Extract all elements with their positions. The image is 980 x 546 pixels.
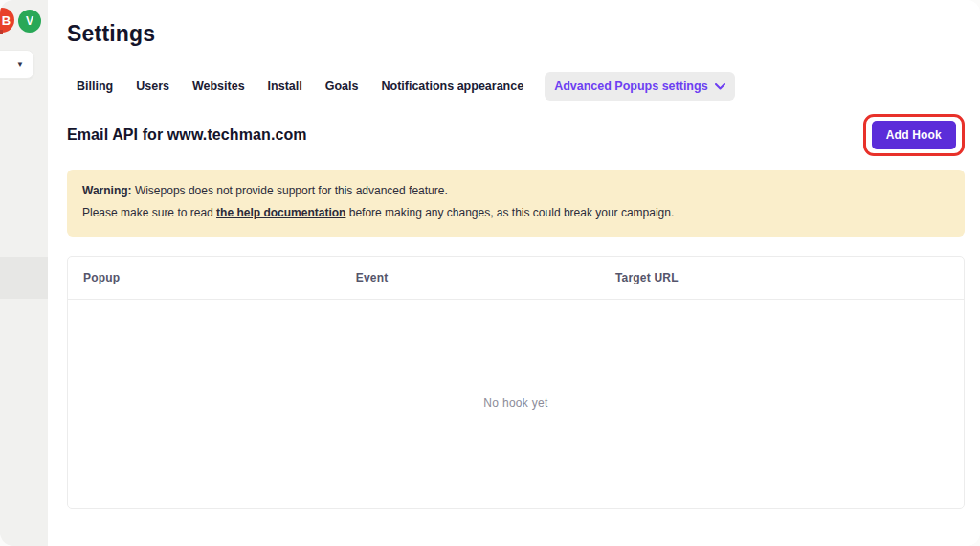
warning-line2-after: before making any changes, as this could…	[345, 206, 674, 219]
tab-goals[interactable]: Goals	[316, 72, 368, 101]
hooks-table: Popup Event Target URL No hook yet	[67, 256, 965, 509]
warning-bold-prefix: Warning:	[82, 184, 132, 197]
chevron-down-icon	[715, 83, 725, 90]
settings-tabs: Billing Users Websites Install Goals Not…	[67, 72, 965, 101]
account-dropdown[interactable]: ▼	[0, 50, 34, 79]
tab-users[interactable]: Users	[126, 72, 179, 101]
main-content: Settings Billing Users Websites Install …	[48, 0, 980, 546]
badge-letter: B	[2, 13, 11, 28]
tab-advanced-popups-settings[interactable]: Advanced Popups settings	[545, 72, 734, 101]
tab-advanced-popups-settings-label: Advanced Popups settings	[554, 80, 707, 93]
sidebar-item-selected[interactable]	[0, 257, 48, 299]
avatar[interactable]: V	[18, 10, 41, 33]
section-header-row: Email API for www.techman.com Add Hook	[67, 114, 965, 156]
warning-line-1: Warning: Wisepops does not provide suppo…	[82, 180, 949, 202]
tab-install[interactable]: Install	[258, 72, 312, 101]
logo-fragment	[0, 30, 3, 34]
sidebar: B V ▼	[0, 0, 48, 546]
tab-websites[interactable]: Websites	[183, 72, 255, 101]
column-header-event: Event	[356, 271, 615, 284]
hooks-table-empty-state: No hook yet	[68, 300, 964, 508]
page-title: Settings	[67, 21, 965, 47]
hooks-table-header: Popup Event Target URL	[68, 257, 964, 300]
help-documentation-link[interactable]: the help documentation	[216, 206, 345, 219]
avatar-initial: V	[26, 14, 33, 28]
empty-state-text: No hook yet	[483, 397, 547, 410]
warning-line-2: Please make sure to read the help docume…	[82, 202, 949, 224]
tab-billing[interactable]: Billing	[67, 72, 122, 101]
warning-banner: Warning: Wisepops does not provide suppo…	[67, 170, 965, 237]
app-window: B V ▼ Settings Billing Users Websites In…	[0, 0, 980, 546]
column-header-popup: Popup	[83, 271, 356, 284]
section-heading: Email API for www.techman.com	[67, 126, 307, 144]
warning-line1-text: Wisepops does not provide support for th…	[132, 184, 448, 197]
column-header-target-url: Target URL	[615, 271, 948, 284]
warning-line2-before: Please make sure to read	[82, 206, 216, 219]
annotation-highlight: Add Hook	[863, 114, 965, 156]
tab-notifications-appearance[interactable]: Notifications appearance	[371, 72, 533, 101]
add-hook-button[interactable]: Add Hook	[872, 121, 956, 149]
chevron-down-icon: ▼	[16, 60, 24, 69]
